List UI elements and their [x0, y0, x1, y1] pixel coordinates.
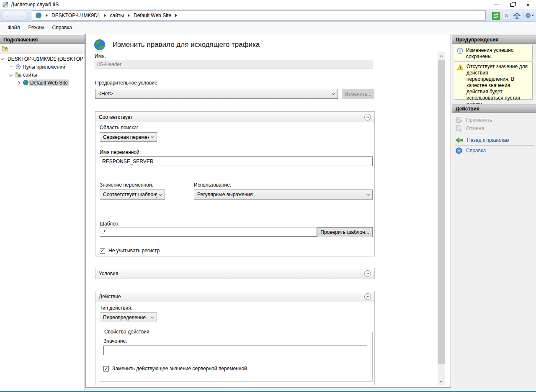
pattern-field[interactable] [100, 228, 317, 237]
breadcrumb-item-default-web-site[interactable]: Default Web Site [134, 13, 171, 18]
edit-precondition-button[interactable]: Изменить... [342, 89, 374, 99]
tree-item-label-selected[interactable]: Default Web Site [29, 79, 69, 86]
menu-bar: Файл Режим Справка [0, 22, 536, 33]
close-button[interactable]: × [520, 0, 536, 9]
apply-label: Применить [466, 117, 492, 123]
back-to-rules-action[interactable]: Назад к правилам [456, 136, 533, 144]
precondition-select[interactable]: <Нет> [95, 89, 338, 99]
actions-separator [455, 145, 533, 146]
actions-separator [455, 135, 533, 135]
menu-file[interactable]: Файл [3, 23, 24, 32]
cancel-label: Отмена [466, 126, 484, 131]
expand-section-button[interactable] [364, 270, 371, 277]
collapse-section-button[interactable] [364, 114, 371, 120]
tree-item-label[interactable]: DESKTOP-U1MK9D1 (DESKTOP [6, 56, 85, 62]
scroll-down-button[interactable] [438, 378, 445, 385]
tree-item-app-pools[interactable]: Пулы приложений [0, 63, 85, 71]
refresh-button[interactable] [492, 11, 500, 20]
replace-value-checkbox[interactable]: ✓ [103, 366, 109, 372]
breadcrumb[interactable]: DESKTOP-U1MK9D1 сайты Default Web Site [32, 10, 486, 20]
breadcrumb-arrow-icon[interactable] [128, 14, 130, 17]
actions-list: Применить Отмена Назад к п [452, 113, 536, 391]
scrollbar-thumb[interactable] [438, 60, 445, 364]
cancel-action[interactable]: Отмена [456, 125, 533, 132]
home-button[interactable] [513, 11, 521, 20]
chevron-down-icon [151, 135, 154, 138]
ignore-case-checkbox[interactable]: ✓ [100, 248, 105, 254]
help-button[interactable]: ? [526, 11, 534, 20]
action-type-select[interactable]: Переопределение [100, 313, 157, 322]
operand-value: Соответствует шаблону [103, 192, 157, 197]
menu-view[interactable]: Режим [24, 23, 48, 32]
help-dropdown-caret-icon[interactable] [531, 15, 534, 16]
operand-label: Значение переменной: [100, 182, 153, 188]
action-properties-title: Свойства действия [103, 329, 151, 335]
chevron-down-icon [159, 192, 162, 195]
navigation-buttons: ← → [1, 10, 28, 20]
conditions-section-title: Условия [99, 271, 364, 277]
conditions-section: Условия [95, 268, 375, 279]
back-button[interactable]: ← [5, 12, 11, 18]
help-icon: ? [526, 12, 531, 19]
variable-name-field[interactable] [100, 156, 373, 166]
home-icon [513, 12, 521, 20]
expanded-chevron-icon[interactable] [9, 73, 13, 76]
test-pattern-button[interactable]: Проверить шаблон... [317, 227, 373, 237]
action-section: Действие Тип действия: Переопределение С… [95, 291, 375, 385]
apply-action[interactable]: Применить [456, 116, 533, 124]
replace-value-row: ✓ Заменить действующее значение серверно… [103, 366, 247, 372]
warning-icon [457, 64, 464, 70]
value-field[interactable] [103, 346, 367, 355]
scroll-up-button[interactable] [438, 52, 445, 59]
precondition-label: Предварительное условие: [95, 80, 159, 86]
refresh-icon [492, 12, 500, 20]
vertical-scrollbar[interactable] [438, 52, 445, 385]
help-label: Справка [466, 148, 486, 154]
action-type-value: Переопределение [103, 315, 149, 320]
collapse-section-button[interactable] [364, 293, 371, 300]
minimize-button[interactable] [488, 0, 504, 9]
ignore-case-label: Не учитывать регистр [108, 248, 160, 254]
help-action[interactable]: ? Справка [456, 147, 533, 154]
help-icon: ? [456, 147, 462, 154]
scope-select[interactable]: Серверная переменн [100, 132, 157, 142]
tree-item-server[interactable]: DESKTOP-U1MK9D1 (DESKTOP [0, 55, 85, 63]
actions-header: Действия [452, 104, 536, 113]
breadcrumb-item-sites[interactable]: сайты [110, 13, 124, 18]
maximize-icon [510, 3, 514, 7]
breadcrumb-item-server[interactable]: DESKTOP-U1MK9D1 [52, 13, 100, 18]
back-arrow-icon [456, 137, 463, 143]
forward-button[interactable]: → [18, 12, 24, 18]
toolbar-separator [11, 45, 11, 52]
match-section-header[interactable]: Соответствует [95, 112, 374, 122]
name-field[interactable] [95, 60, 373, 69]
tree-item-label[interactable]: Пулы приложений [21, 64, 67, 70]
action-section-header[interactable]: Действие [95, 291, 374, 302]
operand-select[interactable]: Соответствует шаблону [100, 190, 165, 200]
menu-help[interactable]: Справка [48, 23, 76, 32]
conditions-section-header[interactable]: Условия [95, 268, 374, 279]
breadcrumb-arrow-icon[interactable] [175, 14, 177, 17]
connections-tree: DESKTOP-U1MK9D1 (DESKTOP Пулы приложений [0, 54, 85, 391]
stop-button[interactable] [502, 11, 510, 20]
save-connections-icon[interactable] [2, 45, 8, 52]
back-to-rules-label: Назад к правилам [467, 137, 509, 143]
tree-item-label[interactable]: сайты [22, 72, 39, 78]
breadcrumb-arrow-icon[interactable] [46, 14, 48, 17]
collapsed-chevron-icon[interactable] [17, 81, 20, 84]
using-select[interactable]: Регулярные выражения [194, 190, 373, 200]
actions-sidebar: Предупреждения Изменения успешно сохране… [452, 33, 536, 391]
chevron-down-icon [151, 315, 154, 318]
chevron-down-icon [332, 91, 335, 95]
maximize-button[interactable] [504, 0, 520, 9]
expanded-chevron-icon[interactable] [1, 58, 3, 60]
breadcrumb-arrow-icon[interactable] [104, 14, 106, 17]
tree-item-default-web-site[interactable]: Default Web Site [0, 79, 85, 87]
warnings-header: Предупреждения [452, 35, 536, 44]
match-section-title: Соответствует [99, 114, 364, 120]
svg-text:?: ? [458, 149, 460, 153]
precondition-value: <Нет> [98, 91, 330, 97]
server-globe-icon [35, 12, 42, 19]
feature-page-panel: Изменить правило для исходящего трафика … [85, 33, 452, 391]
tree-item-sites[interactable]: сайты [0, 71, 85, 79]
